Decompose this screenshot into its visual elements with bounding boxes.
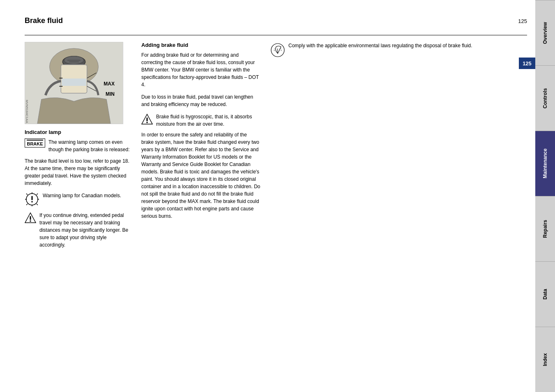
reservoir-image: MAX MIN MVN5184C1AA [25,42,123,124]
svg-point-28 [146,122,148,123]
due-loss-text: Due to loss in brake fluid, pedal travel… [141,93,260,108]
environmental-icon [270,43,285,58]
canadian-lamp-row: Warning lamp for Canadian models. [25,192,131,207]
brake-fluid-level-text: The brake fluid level is too low, refer … [25,157,131,187]
page-number-display: 125 [523,60,532,67]
max-label: MAX [104,81,115,87]
caution-icon [25,212,36,224]
sidebar-tab-overview[interactable]: Overview [535,0,555,65]
sidebar-label-repairs: Repairs [542,220,548,238]
sidebar-tab-controls[interactable]: Controls [535,65,555,131]
svg-line-18 [37,204,38,205]
sidebar-tab-data[interactable]: Data [535,261,555,327]
sidebar-tab-index[interactable]: Index [535,327,555,392]
svg-rect-21 [32,196,33,200]
svg-rect-7 [62,78,86,86]
adding-heading: Adding brake fluid [141,42,260,48]
columns-layout: MAX MIN MVN5184C1AA Indicator lamp BRAKE… [25,42,527,253]
env-text: Comply with the applicable environmental… [288,42,472,49]
title-row: Brake fluid 125 [25,16,527,35]
svg-line-17 [26,194,28,195]
canadian-warning-text: Warning lamp for Canadian models. [43,192,121,199]
svg-rect-27 [147,118,148,121]
sidebar-tab-repairs[interactable]: Repairs [535,196,555,261]
sidebar-label-overview: Overview [542,22,548,44]
hygroscopic-caution-box: Brake fluid is hygroscopic, that is, it … [141,113,260,128]
svg-point-22 [31,201,33,203]
min-label: MIN [106,91,115,97]
sidebar-label-maintenance: Maintenance [542,149,548,179]
brake-label: BRAKE [27,141,43,146]
brake-line [27,140,43,141]
svg-line-20 [26,204,28,205]
svg-line-19 [37,194,38,195]
lamp-text: The warning lamp comes on even though th… [48,138,131,153]
sidebar-label-data: Data [542,289,548,300]
page-number: 125 [518,18,527,24]
sidebar-label-index: Index [542,353,548,366]
canadian-warning-icon [25,192,39,207]
svg-point-25 [30,220,31,222]
svg-rect-24 [30,216,31,220]
hygroscopic-text: Brake fluid is hygroscopic, that is, it … [156,113,260,128]
adding-text: For adding brake fluid or for determinin… [141,51,260,88]
page-number-bar: 125 [519,58,535,69]
body-text-content: The brake fluid level is too low, refer … [25,158,129,186]
caution-text: If you continue driving, extended pedal … [39,212,131,249]
svg-point-29 [271,44,284,57]
brake-lamp-row: BRAKE The warning lamp comes on even tho… [25,138,131,153]
sidebar-tab-maintenance[interactable]: Maintenance [535,131,555,196]
page-title: Brake fluid [25,16,63,25]
middle-column: Adding brake fluid For adding brake flui… [141,42,260,253]
indicator-lamp-heading: Indicator lamp [25,129,131,135]
sidebar: Overview Controls Maintenance Repairs Da… [535,0,555,392]
brake-lamp-box: BRAKE [25,138,45,148]
env-row: Comply with the applicable environmental… [270,42,527,58]
left-column: MAX MIN MVN5184C1AA Indicator lamp BRAKE… [25,42,131,253]
hygroscopic-caution-icon [141,113,153,125]
sidebar-label-controls: Controls [542,88,548,108]
safety-text: In order to ensure the safety and reliab… [141,131,260,220]
caution-box: If you continue driving, extended pedal … [25,212,131,249]
page-container: Brake fluid 125 [0,0,555,392]
main-content: Brake fluid 125 [0,0,535,392]
right-column: Comply with the applicable environmental… [270,42,527,253]
